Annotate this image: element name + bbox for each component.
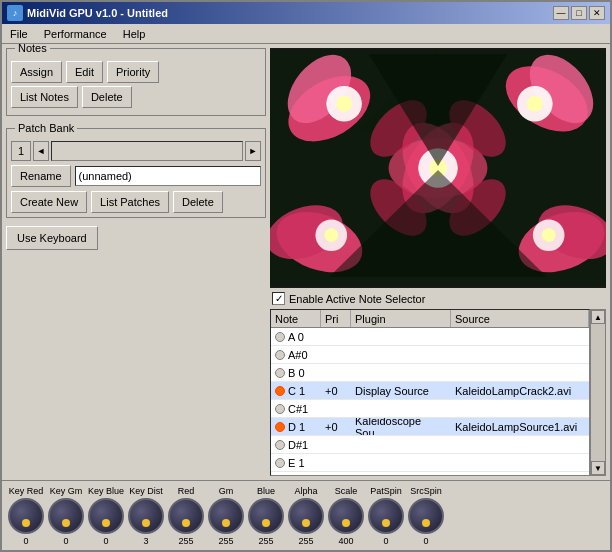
maximize-button[interactable]: □ [571, 6, 587, 20]
scrollbar-vertical[interactable]: ▲ ▼ [590, 309, 606, 476]
knob-label: Alpha [295, 486, 318, 496]
th-pri: Pri [321, 310, 351, 327]
knob-group: SrcSpin0 [408, 486, 444, 546]
main-window: ♪ MidiVid GPU v1.0 - Untitled — □ ✕ File… [0, 0, 612, 552]
knob-dot [62, 519, 70, 527]
td-note: D#1 [271, 436, 321, 453]
td-plugin [351, 346, 451, 363]
td-note: B 0 [271, 364, 321, 381]
knob-group: Red255 [168, 486, 204, 546]
bottom-panel: Key Red0Key Gm0Key Blue0Key Dist3Red255G… [2, 480, 610, 550]
close-button[interactable]: ✕ [589, 6, 605, 20]
patch-bank-row: 1 ◄ ► [11, 141, 261, 161]
td-pri [321, 472, 351, 475]
table-row[interactable]: C#1 [271, 400, 589, 418]
svg-point-14 [324, 228, 338, 242]
note-text: A 0 [288, 331, 304, 343]
scroll-down-arrow[interactable]: ▼ [591, 461, 605, 475]
td-source [451, 472, 589, 475]
patch-bank-label: Patch Bank [15, 122, 77, 134]
scroll-track [591, 324, 605, 461]
enable-label: Enable Active Note Selector [289, 293, 425, 305]
knob-control[interactable] [88, 498, 124, 534]
knob-value: 400 [339, 536, 354, 546]
checkmark: ✓ [275, 293, 283, 304]
svg-point-18 [542, 228, 556, 242]
table-container: Note Pri Plugin Source A 0A#0B 0C 1+0Dis… [270, 309, 606, 476]
knob-control[interactable] [328, 498, 364, 534]
knob-control[interactable] [408, 498, 444, 534]
td-pri [321, 328, 351, 345]
table-row[interactable]: F 1 [271, 472, 589, 475]
patch-arrow-left[interactable]: ◄ [33, 141, 49, 161]
knob-label: Key Gm [50, 486, 83, 496]
svg-point-10 [527, 96, 543, 112]
knob-dot [302, 519, 310, 527]
knob-value: 0 [384, 536, 389, 546]
assign-button[interactable]: Assign [11, 61, 62, 83]
knob-label: Scale [335, 486, 358, 496]
patch-name-field[interactable] [75, 166, 261, 186]
notes-delete-button[interactable]: Delete [82, 86, 132, 108]
td-pri [321, 454, 351, 471]
create-new-button[interactable]: Create New [11, 191, 87, 213]
rename-button[interactable]: Rename [11, 165, 71, 187]
td-note: C 1 [271, 382, 321, 399]
minimize-button[interactable]: — [553, 6, 569, 20]
knob-control[interactable] [48, 498, 84, 534]
knob-control[interactable] [248, 498, 284, 534]
knob-group: Blue255 [248, 486, 284, 546]
knob-value: 0 [63, 536, 68, 546]
table-row[interactable]: A 0 [271, 328, 589, 346]
th-note: Note [271, 310, 321, 327]
td-note: E 1 [271, 454, 321, 471]
scroll-up-arrow[interactable]: ▲ [591, 310, 605, 324]
content-area: Notes Assign Edit Priority List Notes De… [2, 44, 610, 480]
knob-label: SrcSpin [410, 486, 442, 496]
knob-control[interactable] [288, 498, 324, 534]
app-icon: ♪ [7, 5, 23, 21]
knob-control[interactable] [128, 498, 164, 534]
knob-control[interactable] [8, 498, 44, 534]
note-radio [275, 422, 285, 432]
notes-label: Notes [15, 44, 50, 54]
list-patches-button[interactable]: List Patches [91, 191, 169, 213]
table-row[interactable]: A#0 [271, 346, 589, 364]
td-note: D 1 [271, 418, 321, 435]
table-row[interactable]: D 1+0Kaleidoscope Sou...KaleidoLampSourc… [271, 418, 589, 436]
knob-dot [422, 519, 430, 527]
table-row[interactable]: B 0 [271, 364, 589, 382]
patch-name-row: Rename [11, 165, 261, 187]
note-text: C#1 [288, 403, 308, 415]
right-panel: ✓ Enable Active Note Selector Note Pri P… [270, 48, 606, 476]
td-pri [321, 364, 351, 381]
menu-performance[interactable]: Performance [40, 27, 111, 41]
left-panel: Notes Assign Edit Priority List Notes De… [6, 48, 266, 476]
knob-group: Alpha255 [288, 486, 324, 546]
knob-control[interactable] [368, 498, 404, 534]
note-text: B 0 [288, 367, 305, 379]
knob-control[interactable] [168, 498, 204, 534]
knob-label: Key Dist [129, 486, 163, 496]
table-row[interactable]: E 1 [271, 454, 589, 472]
table-row[interactable]: D#1 [271, 436, 589, 454]
patch-arrow-right[interactable]: ► [245, 141, 261, 161]
priority-button[interactable]: Priority [107, 61, 159, 83]
edit-button[interactable]: Edit [66, 61, 103, 83]
knob-dot [382, 519, 390, 527]
td-pri [321, 436, 351, 453]
knob-control[interactable] [208, 498, 244, 534]
use-keyboard-button[interactable]: Use Keyboard [6, 226, 98, 250]
patch-delete-button[interactable]: Delete [173, 191, 223, 213]
enable-checkbox[interactable]: ✓ [272, 292, 285, 305]
menu-help[interactable]: Help [119, 27, 150, 41]
title-bar-left: ♪ MidiVid GPU v1.0 - Untitled [7, 5, 168, 21]
td-plugin [351, 328, 451, 345]
knob-value: 0 [23, 536, 28, 546]
knob-value: 0 [104, 536, 109, 546]
td-source [451, 400, 589, 417]
patch-buttons-row: Create New List Patches Delete [11, 191, 261, 213]
table-row[interactable]: C 1+0Display SourceKaleidoLampCrack2.avi [271, 382, 589, 400]
list-notes-button[interactable]: List Notes [11, 86, 78, 108]
menu-file[interactable]: File [6, 27, 32, 41]
